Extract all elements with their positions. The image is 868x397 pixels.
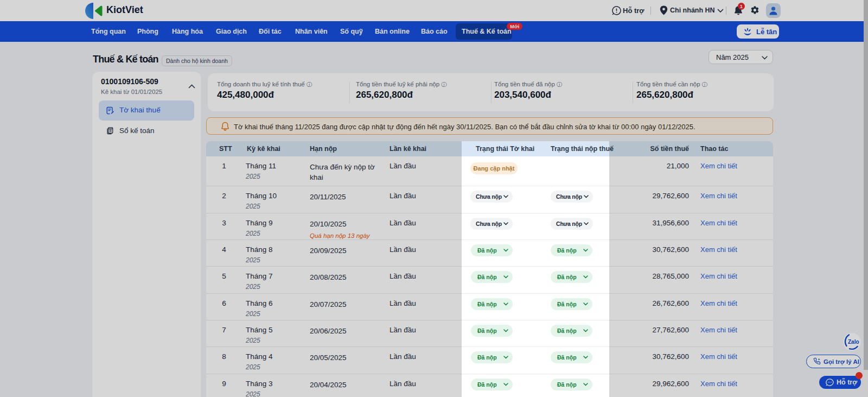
svg-text:Zalo: Zalo — [848, 339, 859, 345]
